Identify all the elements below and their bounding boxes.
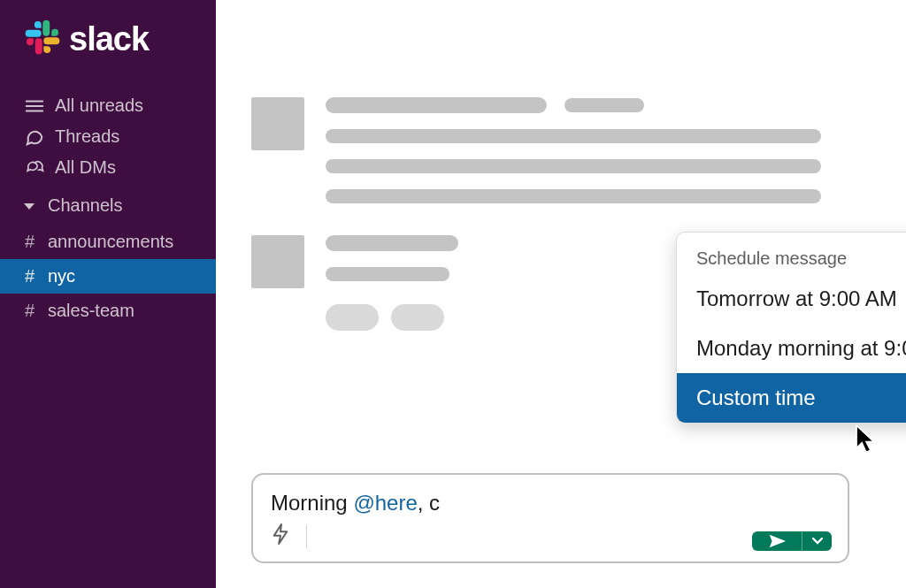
popover-title: Schedule message bbox=[677, 233, 906, 274]
shortcut-lightning-icon[interactable] bbox=[271, 523, 290, 551]
reaction-placeholder bbox=[326, 304, 379, 331]
channel-label: sales-team bbox=[48, 301, 134, 321]
skeleton-bar bbox=[564, 98, 644, 112]
caret-down-icon bbox=[23, 195, 35, 216]
slack-logo-icon bbox=[25, 19, 60, 58]
cursor-icon bbox=[855, 424, 878, 458]
sidebar-item-all-unreads[interactable]: All unreads bbox=[0, 90, 216, 121]
schedule-option-custom[interactable]: Custom time bbox=[677, 373, 906, 423]
threads-icon bbox=[25, 127, 44, 147]
workspace-name: slack bbox=[69, 20, 149, 58]
sidebar-item-label: All DMs bbox=[55, 157, 116, 178]
skeleton-bar bbox=[326, 189, 821, 203]
skeleton-bar bbox=[326, 159, 821, 173]
avatar-placeholder bbox=[251, 235, 304, 288]
channels-header-label: Channels bbox=[48, 195, 123, 216]
sidebar-item-threads[interactable]: Threads bbox=[0, 121, 216, 152]
workspace-logo[interactable]: slack bbox=[0, 19, 216, 58]
composer-text-after: , c bbox=[418, 491, 440, 515]
composer-toolbar bbox=[271, 523, 307, 551]
skeleton-bar bbox=[326, 97, 547, 113]
avatar-placeholder bbox=[251, 97, 304, 150]
channel-announcements[interactable]: # announcements bbox=[0, 225, 216, 259]
sidebar: slack All unreads Threads bbox=[0, 0, 216, 588]
schedule-message-popover: Schedule message Tomorrow at 9:00 AM Mon… bbox=[676, 232, 906, 424]
skeleton-bar bbox=[326, 235, 458, 251]
channel-nyc[interactable]: # nyc bbox=[0, 259, 216, 294]
schedule-option-tomorrow[interactable]: Tomorrow at 9:00 AM bbox=[677, 274, 906, 324]
channel-sales-team[interactable]: # sales-team bbox=[0, 294, 216, 328]
sidebar-item-label: Threads bbox=[55, 126, 119, 147]
message-skeleton bbox=[251, 97, 849, 203]
toolbar-divider bbox=[306, 525, 307, 548]
unreads-icon bbox=[25, 98, 44, 114]
composer-text: Morning @here, c bbox=[271, 491, 440, 515]
sidebar-item-all-dms[interactable]: All DMs bbox=[0, 152, 216, 183]
skeleton-bar bbox=[326, 267, 449, 281]
send-button-group bbox=[752, 531, 832, 551]
send-button[interactable] bbox=[752, 531, 802, 551]
schedule-option-monday[interactable]: Monday morning at 9:00 AM bbox=[677, 324, 906, 373]
message-composer[interactable]: Morning @here, c bbox=[251, 473, 849, 563]
app-root: slack All unreads Threads bbox=[0, 0, 906, 588]
main-content: Morning @here, c Sche bbox=[216, 0, 906, 588]
channel-label: announcements bbox=[48, 232, 173, 252]
sidebar-item-label: All unreads bbox=[55, 95, 143, 116]
hash-icon: # bbox=[25, 232, 39, 252]
skeleton-bar bbox=[326, 129, 821, 143]
mention-here[interactable]: @here bbox=[353, 491, 417, 515]
hash-icon: # bbox=[25, 266, 39, 286]
dms-icon bbox=[25, 158, 44, 178]
channel-label: nyc bbox=[48, 266, 75, 286]
message-lines bbox=[326, 97, 849, 203]
send-more-options-button[interactable] bbox=[802, 531, 832, 551]
hash-icon: # bbox=[25, 301, 39, 321]
channels-section-header[interactable]: Channels bbox=[0, 183, 216, 225]
reaction-placeholder bbox=[391, 304, 444, 331]
composer-text-before: Morning bbox=[271, 491, 353, 515]
